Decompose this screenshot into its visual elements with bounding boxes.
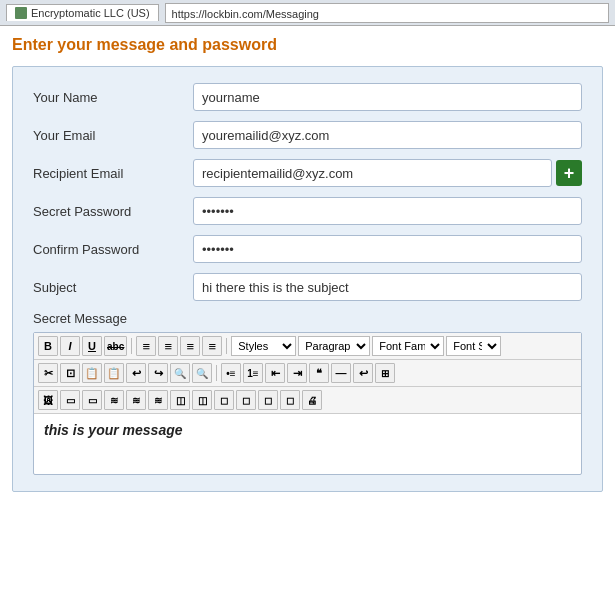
bold-button[interactable]: B (38, 336, 58, 356)
blockquote-button[interactable]: ❝ (309, 363, 329, 383)
toolbar-sep2 (226, 338, 227, 354)
image-button[interactable]: 🖼 (38, 390, 58, 410)
secret-password-input[interactable] (193, 197, 582, 225)
link-button[interactable]: ↩ (353, 363, 373, 383)
align-left-button[interactable]: ≡ (136, 336, 156, 356)
recipient-email-label: Recipient Email (33, 166, 193, 181)
form-container: Your Name Your Email Recipient Email + S… (12, 66, 603, 492)
format1-button[interactable]: ≋ (104, 390, 124, 410)
browser-url-bar[interactable]: https://lockbin.com/Messaging (165, 3, 609, 23)
recipient-email-input[interactable] (193, 159, 552, 187)
your-email-input[interactable] (193, 121, 582, 149)
recipient-wrapper: + (193, 159, 582, 187)
strikethrough-button[interactable]: abc (104, 336, 127, 356)
print-button[interactable]: 🖨 (302, 390, 322, 410)
italic-button[interactable]: I (60, 336, 80, 356)
page-title: Enter your message and password (12, 36, 603, 54)
your-email-row: Your Email (33, 121, 582, 149)
confirm-password-row: Confirm Password (33, 235, 582, 263)
align-center-button[interactable]: ≡ (158, 336, 178, 356)
media-button[interactable]: ▭ (60, 390, 80, 410)
table-button[interactable]: ⊞ (375, 363, 395, 383)
hr-button[interactable]: — (331, 363, 351, 383)
ordered-list-button[interactable]: 1≡ (243, 363, 263, 383)
misc1-button[interactable]: ◻ (214, 390, 234, 410)
indent-button[interactable]: ⇥ (287, 363, 307, 383)
misc3-button[interactable]: ◻ (258, 390, 278, 410)
your-email-label: Your Email (33, 128, 193, 143)
secret-message-label: Secret Message (33, 311, 582, 326)
find-button[interactable]: 🔍 (170, 363, 190, 383)
your-name-input[interactable] (193, 83, 582, 111)
browser-tab[interactable]: Encryptomatic LLC (US) (6, 4, 159, 21)
your-name-row: Your Name (33, 83, 582, 111)
font-size-select[interactable]: Font Size (446, 336, 501, 356)
confirm-password-label: Confirm Password (33, 242, 193, 257)
styles-select[interactable]: Styles (231, 336, 296, 356)
confirm-password-input[interactable] (193, 235, 582, 263)
tab-label: Encryptomatic LLC (US) (31, 7, 150, 19)
replace-button[interactable]: 🔍 (192, 363, 212, 383)
add-recipient-button[interactable]: + (556, 160, 582, 186)
cut-button[interactable]: ✂ (38, 363, 58, 383)
subject-label: Subject (33, 280, 193, 295)
recipient-email-row: Recipient Email + (33, 159, 582, 187)
underline-button[interactable]: U (82, 336, 102, 356)
misc2-button[interactable]: ◻ (236, 390, 256, 410)
align-justify-button[interactable]: ≡ (202, 336, 222, 356)
font-family-select[interactable]: Font Family (372, 336, 444, 356)
align-right-button[interactable]: ≡ (180, 336, 200, 356)
secret-password-label: Secret Password (33, 204, 193, 219)
secret-message-section: Secret Message B I U abc ≡ ≡ ≡ ≡ Styles (33, 311, 582, 475)
toolbar-sep1 (131, 338, 132, 354)
your-name-label: Your Name (33, 90, 193, 105)
toolbar-sep3 (216, 365, 217, 381)
toolbar-row2: ✂ ⊡ 📋 📋 ↩ ↪ 🔍 🔍 •≡ 1≡ ⇤ ⇥ ❝ — ↩ ⊞ (34, 360, 581, 387)
source2-button[interactable]: ◫ (192, 390, 212, 410)
copy-button[interactable]: ⊡ (60, 363, 80, 383)
tab-favicon (15, 7, 27, 19)
unordered-list-button[interactable]: •≡ (221, 363, 241, 383)
browser-bar: Encryptomatic LLC (US) https://lockbin.c… (0, 0, 615, 26)
flash-button[interactable]: ▭ (82, 390, 102, 410)
rich-text-editor: B I U abc ≡ ≡ ≡ ≡ Styles Paragraph (33, 332, 582, 475)
subject-row: Subject (33, 273, 582, 301)
paste-plain-button[interactable]: 📋 (104, 363, 124, 383)
format2-button[interactable]: ≋ (126, 390, 146, 410)
misc4-button[interactable]: ◻ (280, 390, 300, 410)
toolbar-row1: B I U abc ≡ ≡ ≡ ≡ Styles Paragraph (34, 333, 581, 360)
editor-body[interactable]: this is your message (34, 414, 581, 474)
subject-input[interactable] (193, 273, 582, 301)
paste-button[interactable]: 📋 (82, 363, 102, 383)
source1-button[interactable]: ◫ (170, 390, 190, 410)
toolbar-row3: 🖼 ▭ ▭ ≋ ≋ ≋ ◫ ◫ ◻ ◻ ◻ ◻ 🖨 (34, 387, 581, 414)
outdent-button[interactable]: ⇤ (265, 363, 285, 383)
format3-button[interactable]: ≋ (148, 390, 168, 410)
secret-password-row: Secret Password (33, 197, 582, 225)
paragraph-select[interactable]: Paragraph (298, 336, 370, 356)
page-content: Enter your message and password Your Nam… (0, 26, 615, 502)
redo-button[interactable]: ↪ (148, 363, 168, 383)
undo-button[interactable]: ↩ (126, 363, 146, 383)
